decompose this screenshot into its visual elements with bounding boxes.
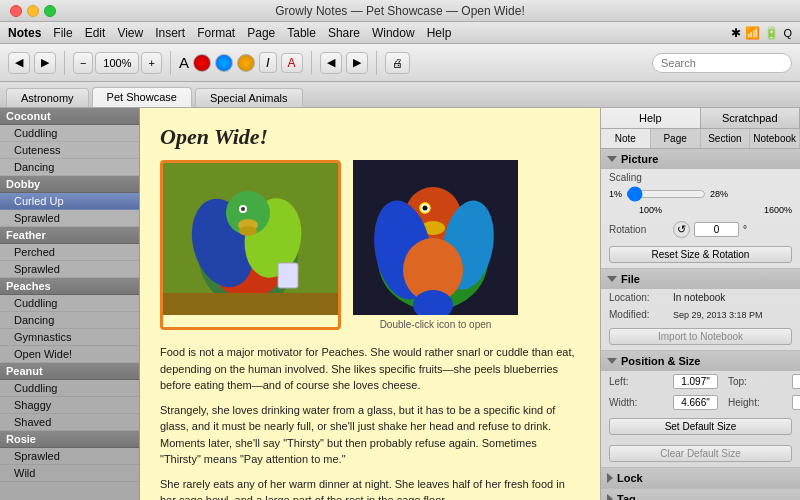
sidebar-group-feather: Feather: [0, 227, 139, 244]
back-button[interactable]: ◀: [8, 52, 30, 74]
import-button[interactable]: Import to Notebook: [609, 328, 792, 345]
right-panel: Help Scratchpad Note Page Section Notebo…: [600, 108, 800, 500]
svg-point-11: [241, 207, 245, 211]
forward-button[interactable]: ▶: [34, 52, 56, 74]
image-caption: Double-click icon to open: [353, 319, 518, 330]
zoom-out-button[interactable]: −: [73, 52, 93, 74]
menu-window[interactable]: Window: [372, 26, 415, 40]
sidebar-item-dobby-curledup[interactable]: Curled Up: [0, 193, 139, 210]
position-expand-icon: [607, 358, 617, 364]
sidebar-group-dobby: Dobby: [0, 176, 139, 193]
set-default-size-button[interactable]: Set Default Size: [609, 418, 792, 435]
nav-next-button[interactable]: ▶: [346, 52, 368, 74]
menu-notes[interactable]: Notes: [8, 26, 41, 40]
sidebar-item-peaches-cuddling[interactable]: Cuddling: [0, 295, 139, 312]
color-picker-3[interactable]: [237, 54, 255, 72]
sidebar-item-peanut-shaved[interactable]: Shaved: [0, 414, 139, 431]
menu-format[interactable]: Format: [197, 26, 235, 40]
zoom-in-button[interactable]: +: [141, 52, 161, 74]
sidebar-item-dobby-sprawled[interactable]: Sprawled: [0, 210, 139, 227]
lock-section-header[interactable]: Lock: [601, 468, 800, 488]
parrot-right-image: [353, 160, 518, 315]
close-button[interactable]: [10, 5, 22, 17]
file-expand-icon: [607, 276, 617, 282]
maximize-button[interactable]: [44, 5, 56, 17]
format-tab-note[interactable]: Note: [601, 129, 651, 148]
tag-section-label: Tag: [617, 493, 636, 500]
panel-section-picture: Picture Scaling 1% 28% 100% 1600% Rotati…: [601, 149, 800, 269]
width-input[interactable]: [673, 395, 718, 410]
picture-section-header[interactable]: Picture: [601, 149, 800, 169]
zoom-input[interactable]: [95, 52, 139, 74]
menu-share[interactable]: Share: [328, 26, 360, 40]
rotation-row: Rotation ↺ °: [601, 218, 800, 241]
clear-default-size-button[interactable]: Clear Default Size: [609, 445, 792, 462]
position-section-header[interactable]: Position & Size: [601, 351, 800, 371]
sidebar-item-peaches-dancing[interactable]: Dancing: [0, 312, 139, 329]
svg-point-21: [423, 206, 428, 211]
sidebar-item-peaches-gymnastics[interactable]: Gymnastics: [0, 329, 139, 346]
scaling-slider[interactable]: [626, 189, 706, 199]
menu-help[interactable]: Help: [427, 26, 452, 40]
zoom-control[interactable]: − +: [73, 52, 162, 74]
lock-section-label: Lock: [617, 472, 643, 484]
nav-prev-button[interactable]: ◀: [320, 52, 342, 74]
scaling-slider-row: 1% 28%: [601, 186, 800, 202]
left-top-row: Left: Top:: [601, 371, 800, 392]
panel-section-tag: Tag: [601, 489, 800, 500]
top-input[interactable]: [792, 374, 800, 389]
sidebar-item-coconut-dancing[interactable]: Dancing: [0, 159, 139, 176]
print-button[interactable]: 🖨: [385, 52, 410, 74]
sidebar: Coconut Cuddling Cuteness Dancing Dobby …: [0, 108, 140, 500]
highlight-button[interactable]: A: [281, 53, 303, 73]
italic-button[interactable]: I: [259, 52, 277, 73]
sidebar-item-feather-perched[interactable]: Perched: [0, 244, 139, 261]
menu-table[interactable]: Table: [287, 26, 316, 40]
picture-section-label: Picture: [621, 153, 658, 165]
menu-page[interactable]: Page: [247, 26, 275, 40]
color-picker-2[interactable]: [215, 54, 233, 72]
format-tab-section[interactable]: Section: [701, 129, 751, 148]
menu-view[interactable]: View: [117, 26, 143, 40]
minimize-button[interactable]: [27, 5, 39, 17]
sidebar-item-feather-sprawled[interactable]: Sprawled: [0, 261, 139, 278]
scaling-min: 1%: [609, 189, 622, 199]
format-tab-notebook[interactable]: Notebook: [750, 129, 800, 148]
reset-size-button[interactable]: Reset Size & Rotation: [609, 246, 792, 263]
sidebar-item-coconut-cuddling[interactable]: Cuddling: [0, 125, 139, 142]
image-right-container[interactable]: Double-click icon to open: [353, 160, 518, 330]
sidebar-item-peanut-cuddling[interactable]: Cuddling: [0, 380, 139, 397]
sidebar-item-peanut-shaggy[interactable]: Shaggy: [0, 397, 139, 414]
font-icon[interactable]: A: [179, 54, 189, 71]
note-title: Open Wide!: [160, 124, 580, 150]
note-content-area: Open Wide!: [140, 108, 600, 500]
note-paragraph-3: She rarely eats any of her warm dinner a…: [160, 476, 580, 501]
tab-special-animals[interactable]: Special Animals: [195, 88, 303, 107]
left-input[interactable]: [673, 374, 718, 389]
sidebar-item-rosie-sprawled[interactable]: Sprawled: [0, 448, 139, 465]
menu-insert[interactable]: Insert: [155, 26, 185, 40]
format-tab-page[interactable]: Page: [651, 129, 701, 148]
color-picker-1[interactable]: [193, 54, 211, 72]
sidebar-item-coconut-cuteness[interactable]: Cuteness: [0, 142, 139, 159]
tab-astronomy[interactable]: Astronomy: [6, 88, 89, 107]
height-input[interactable]: [792, 395, 800, 410]
tab-help[interactable]: Help: [601, 108, 701, 128]
file-section-header[interactable]: File: [601, 269, 800, 289]
menu-file[interactable]: File: [53, 26, 72, 40]
sidebar-item-peaches-opwide[interactable]: Open Wide!: [0, 346, 139, 363]
parrot-left-image: [163, 163, 338, 315]
search-input[interactable]: [652, 53, 792, 73]
lock-expand-icon: [607, 473, 613, 483]
scaling-100: 100%: [639, 205, 662, 215]
sidebar-group-peanut: Peanut: [0, 363, 139, 380]
rotation-input[interactable]: [694, 222, 739, 237]
tab-scratchpad[interactable]: Scratchpad: [701, 108, 801, 128]
sidebar-item-rosie-wild[interactable]: Wild: [0, 465, 139, 482]
tab-pet-showcase[interactable]: Pet Showcase: [92, 87, 192, 107]
scaling-vals-row: 100% 1600%: [601, 202, 800, 218]
menu-edit[interactable]: Edit: [85, 26, 106, 40]
tag-section-header[interactable]: Tag: [601, 489, 800, 500]
note-images: Double-click icon to open: [160, 160, 580, 330]
image-left-container[interactable]: [160, 160, 341, 330]
